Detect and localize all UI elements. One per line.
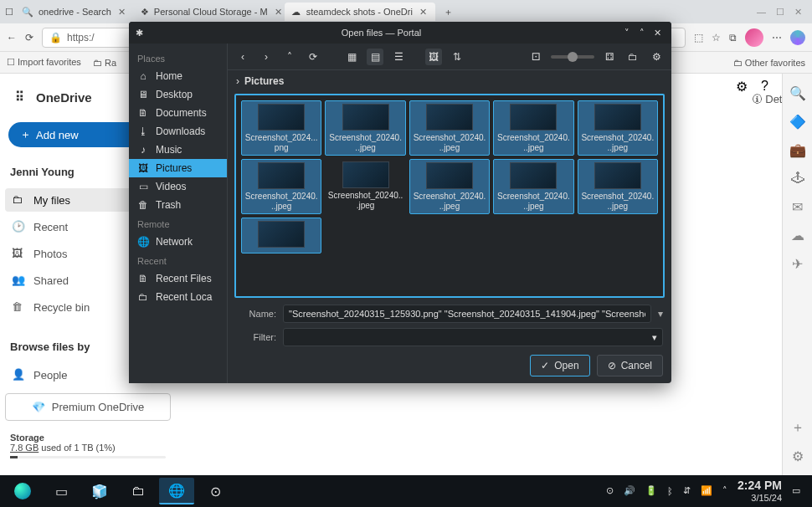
places-item-pictures[interactable]: 🖼Pictures — [129, 159, 227, 177]
battery-icon[interactable]: 🔋 — [645, 485, 657, 496]
places-item-trash[interactable]: 🗑Trash — [129, 196, 227, 214]
view-details-icon[interactable]: ☰ — [390, 49, 407, 65]
help-icon[interactable]: ? — [761, 79, 768, 94]
settings-icon[interactable]: ⚙ — [736, 79, 748, 95]
places-item-music[interactable]: ♪Music — [129, 141, 227, 159]
cancel-button[interactable]: ⊘ Cancel — [597, 355, 663, 376]
preview-toggle-icon[interactable]: 🖼 — [425, 49, 442, 65]
back-icon[interactable]: ← — [7, 32, 17, 44]
settings-icon[interactable]: ⚙ — [648, 49, 665, 65]
file-tile[interactable]: Screenshot_20240...jpeg — [325, 159, 405, 214]
tray-chevron-icon[interactable]: ˄ — [722, 485, 727, 496]
sidebar-settings-icon[interactable]: ⚙ — [790, 448, 805, 463]
onedrive-tray-icon[interactable]: ☁ — [790, 228, 805, 243]
add-sidebar-icon[interactable]: ＋ — [790, 420, 805, 435]
copilot-icon[interactable] — [790, 30, 805, 45]
steam-tray-icon[interactable]: ⊙ — [606, 485, 614, 496]
new-folder-icon[interactable]: 🗀 — [624, 49, 641, 65]
taskbar-app-files[interactable]: 🗀 — [121, 478, 156, 504]
new-tab-button[interactable]: ＋ — [437, 6, 460, 18]
places-item-network[interactable]: 🌐Network — [129, 233, 227, 251]
file-tile[interactable]: Screenshot_20240...jpeg — [578, 100, 658, 156]
tools-icon[interactable]: 💼 — [790, 142, 805, 157]
maximize-icon[interactable]: ☐ — [776, 7, 784, 18]
filename-input[interactable] — [283, 305, 651, 323]
profile-avatar[interactable] — [745, 28, 763, 47]
show-desktop-button[interactable]: ▭ — [792, 485, 800, 496]
tab-close-icon[interactable]: ✕ — [418, 7, 429, 18]
places-item-desktop[interactable]: 🖥Desktop — [129, 85, 227, 104]
zoom-slider[interactable] — [551, 55, 594, 59]
games-icon[interactable]: 🕹 — [790, 171, 805, 186]
tab-close-icon[interactable]: ✕ — [116, 7, 127, 18]
browser-tab[interactable]: ☁steamdeck shots - OneDri✕ — [285, 3, 435, 21]
refresh-icon[interactable]: ⟳ — [25, 32, 33, 44]
shopping-icon[interactable]: 🔷 — [790, 114, 805, 129]
usb-icon[interactable]: ⇵ — [683, 485, 691, 496]
menu-icon[interactable]: ⋯ — [772, 32, 782, 44]
nav-back-icon[interactable]: ‹ — [234, 49, 251, 65]
clock[interactable]: 2:24 PM 3/15/24 — [737, 479, 782, 502]
breadcrumb[interactable]: › Pictures — [228, 70, 671, 92]
cloud-sync-icon[interactable]: ⬚ — [694, 32, 703, 44]
nav-up-icon[interactable]: ˄ — [281, 49, 298, 65]
view-icons-icon[interactable]: ▦ — [343, 49, 360, 65]
outlook-icon[interactable]: ✉ — [790, 199, 805, 214]
places-item-downloads[interactable]: ⭳Downloads — [129, 122, 227, 141]
url-text: https:/ — [67, 32, 95, 44]
file-tile[interactable]: Screenshot_20240...jpeg — [325, 100, 405, 156]
file-tile[interactable]: Screenshot_2024...png — [241, 100, 321, 156]
other-favorites[interactable]: 🗀 Other favorites — [733, 58, 805, 68]
file-tile[interactable] — [241, 218, 321, 254]
app-launcher-icon[interactable]: ⠿ — [15, 90, 24, 105]
dialog-titlebar[interactable]: ✱ Open files — Portal ˅ ˄ ✕ — [129, 22, 671, 44]
sort-icon[interactable]: ⇅ — [449, 49, 465, 65]
places-item-documents[interactable]: 🗎Documents — [129, 104, 227, 122]
open-button[interactable]: ✓ Open — [530, 355, 589, 376]
recent-item[interactable]: 🗀Recent Loca — [129, 288, 227, 306]
file-tile[interactable]: Screenshot_20240...jpeg — [409, 159, 490, 214]
file-tile[interactable]: Screenshot_20240...jpeg — [493, 159, 573, 214]
dialog-maximize-icon[interactable]: ˄ — [635, 28, 650, 38]
start-button[interactable] — [5, 478, 40, 504]
dialog-minimize-icon[interactable]: ˅ — [619, 28, 635, 38]
file-name: Screenshot_20240...jpeg — [581, 133, 655, 152]
bookmark-folder-ra[interactable]: 🗀 Ra — [93, 58, 116, 68]
recent-item[interactable]: 🗎Recent Files — [129, 269, 227, 288]
browser-tab[interactable]: 🔍onedrive - Search✕ — [15, 3, 134, 21]
minimize-icon[interactable]: — — [757, 7, 766, 18]
file-tile[interactable]: Screenshot_20240...jpeg — [493, 100, 573, 156]
places-item-videos[interactable]: ▭Videos — [129, 177, 227, 196]
name-dropdown-icon[interactable]: ▾ — [658, 308, 663, 320]
browser-tab[interactable]: ❖Personal Cloud Storage - M✕ — [134, 3, 285, 21]
close-window-icon[interactable]: ✕ — [794, 7, 802, 18]
file-tile[interactable]: Screenshot_20240...jpeg — [578, 159, 658, 214]
nav-forward-icon[interactable]: › — [258, 49, 275, 65]
send-icon[interactable]: ✈ — [790, 256, 805, 271]
taskbar-app-steam[interactable]: ⊙ — [198, 478, 233, 504]
workspace-icon[interactable]: ☐ — [5, 7, 13, 18]
extensions-icon[interactable]: ⧉ — [729, 32, 737, 44]
filter-select[interactable]: ▾ — [283, 328, 663, 346]
file-tile[interactable]: Screenshot_20240...jpeg — [409, 100, 490, 156]
premium-button[interactable]: 💎 Premium OneDrive — [5, 393, 171, 421]
places-item-home[interactable]: ⌂Home — [129, 67, 227, 85]
dialog-close-icon[interactable]: ✕ — [650, 28, 665, 38]
import-favorites[interactable]: ☐ Import favorites — [7, 57, 81, 68]
taskbar-app-edge[interactable]: 🌐 — [159, 478, 194, 504]
file-tile[interactable]: Screenshot_20240...jpeg — [241, 159, 321, 214]
tab-close-icon[interactable]: ✕ — [273, 7, 284, 18]
zoom-in-icon[interactable]: ⚃ — [601, 49, 618, 65]
reload-icon[interactable]: ⟳ — [305, 49, 321, 65]
task-view-button[interactable]: ▭ — [44, 478, 79, 504]
view-compact-icon[interactable]: ▤ — [367, 49, 383, 65]
wifi-icon[interactable]: 📶 — [701, 485, 712, 496]
zoom-out-icon[interactable]: ⚀ — [527, 49, 544, 65]
bluetooth-icon[interactable]: ᛒ — [667, 486, 673, 496]
taskbar-app-discover[interactable]: 🧊 — [82, 478, 117, 504]
tab-favicon-icon: 🔍 — [22, 6, 33, 18]
volume-icon[interactable]: 🔊 — [624, 485, 635, 496]
file-grid[interactable]: Screenshot_2024...pngScreenshot_20240...… — [234, 94, 665, 298]
search-icon[interactable]: 🔍 — [790, 85, 805, 100]
favorites-icon[interactable]: ☆ — [712, 32, 721, 44]
